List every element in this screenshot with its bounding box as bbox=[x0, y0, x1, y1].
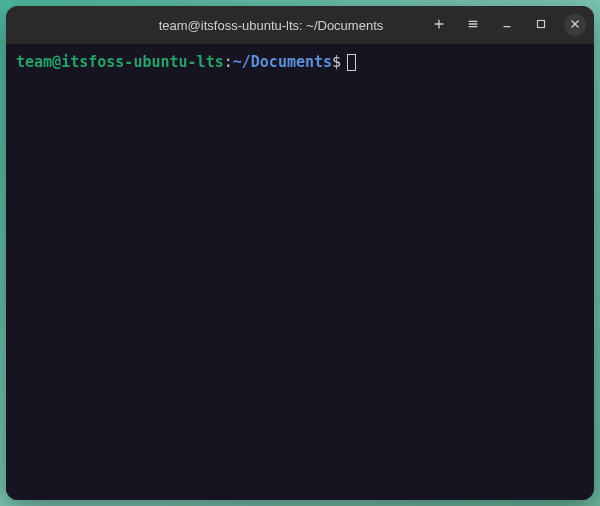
close-button[interactable] bbox=[564, 14, 586, 36]
prompt-cwd: ~/Documents bbox=[233, 52, 332, 73]
prompt-symbol: $ bbox=[332, 52, 341, 73]
minimize-button[interactable] bbox=[496, 14, 518, 36]
titlebar-buttons bbox=[428, 14, 586, 36]
hamburger-icon bbox=[466, 16, 480, 35]
titlebar: team@itsfoss-ubuntu-lts: ~/Documents bbox=[6, 6, 594, 44]
maximize-button[interactable] bbox=[530, 14, 552, 36]
window-title: team@itsfoss-ubuntu-lts: ~/Documents bbox=[120, 18, 422, 33]
prompt-user-host: team@itsfoss-ubuntu-lts bbox=[16, 52, 224, 73]
cursor bbox=[347, 54, 356, 71]
terminal-body[interactable]: team@itsfoss-ubuntu-lts:~/Documents$ bbox=[6, 44, 594, 500]
prompt-line: team@itsfoss-ubuntu-lts:~/Documents$ bbox=[16, 52, 584, 73]
svg-rect-6 bbox=[538, 20, 545, 27]
new-tab-button[interactable] bbox=[428, 14, 450, 36]
terminal-window: team@itsfoss-ubuntu-lts: ~/Documents bbox=[6, 6, 594, 500]
close-icon bbox=[568, 16, 582, 35]
menu-button[interactable] bbox=[462, 14, 484, 36]
maximize-icon bbox=[534, 16, 548, 35]
minimize-icon bbox=[500, 16, 514, 35]
plus-icon bbox=[432, 16, 446, 35]
prompt-colon: : bbox=[224, 52, 233, 73]
